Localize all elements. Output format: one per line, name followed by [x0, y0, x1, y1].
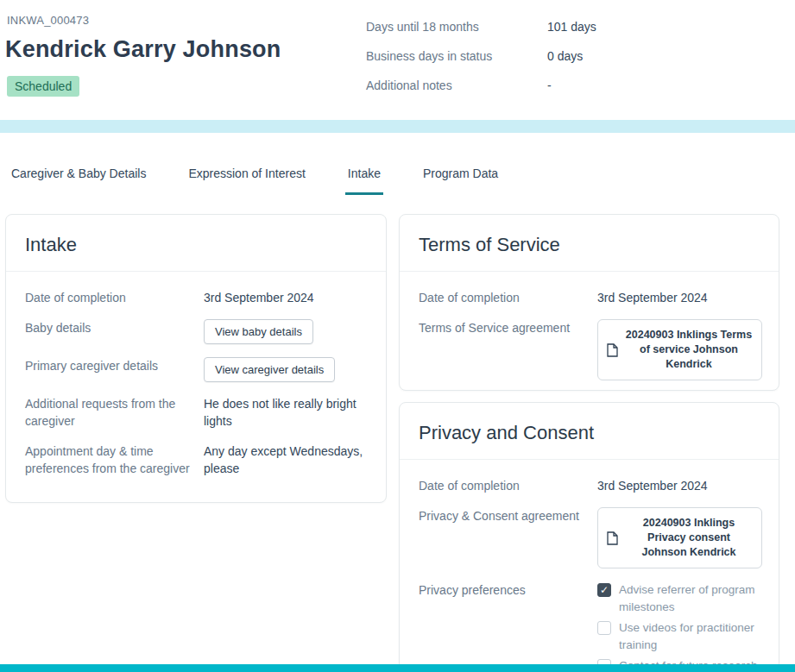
field-label: Date of completion	[419, 477, 587, 494]
field-label: Primary caregiver details	[25, 357, 193, 374]
privacy-option[interactable]: Use videos for practitioner training	[597, 619, 760, 654]
field-label: Appointment day & time preferences from …	[25, 443, 193, 477]
divider-band	[0, 120, 795, 133]
summary-value: 0 days	[547, 49, 583, 63]
privacy-card-title: Privacy and Consent	[400, 422, 779, 460]
intake-card-body: Date of completion 3rd September 2024 Ba…	[25, 272, 367, 477]
terms-card-title: Terms of Service	[400, 234, 779, 272]
summary-row: Business days in status 0 days	[366, 49, 596, 63]
page-title: Kendrick Garry Johnson	[5, 36, 281, 63]
field-value: 20240903 Inklings Privacy consent Johnso…	[597, 507, 761, 568]
field-value: He does not like really bright lights	[204, 395, 367, 430]
field-value: 3rd September 2024	[597, 289, 708, 306]
terms-of-service-card: Terms of Service Date of completion 3rd …	[399, 214, 779, 391]
bottom-accent-bar	[0, 664, 795, 672]
record-id: INKWA_000473	[7, 14, 89, 27]
field-row: Primary caregiver details View caregiver…	[25, 357, 367, 382]
checkbox-icon[interactable]	[597, 621, 611, 635]
field-row: Privacy preferences Advise referrer of p…	[419, 581, 760, 672]
terms-card-body: Date of completion 3rd September 2024 Te…	[419, 272, 760, 380]
summary-label: Business days in status	[366, 49, 547, 63]
field-value: 3rd September 2024	[204, 289, 314, 306]
field-label: Additional requests from the caregiver	[25, 395, 193, 430]
field-label: Privacy & Consent agreement	[419, 507, 587, 524]
field-row: Baby details View baby details	[25, 319, 367, 344]
field-value: View caregiver details	[204, 357, 335, 382]
field-row: Privacy & Consent agreement 20240903 Ink…	[419, 507, 760, 568]
field-label: Privacy preferences	[419, 581, 587, 599]
summary-value: 101 days	[547, 20, 596, 34]
field-value: Any day except Wednesdays, please	[204, 443, 367, 477]
header-summary: Days until 18 months 101 days Business d…	[366, 20, 596, 108]
field-label: Date of completion	[419, 289, 587, 306]
summary-row: Additional notes -	[366, 79, 596, 92]
privacy-card-body: Date of completion 3rd September 2024 Pr…	[419, 460, 760, 672]
intake-card: Intake Date of completion 3rd September …	[5, 214, 387, 503]
view-caregiver-details-button[interactable]: View caregiver details	[204, 357, 335, 382]
file-name: 20240903 Inklings Privacy consent Johnso…	[625, 516, 753, 560]
field-row: Date of completion 3rd September 2024	[419, 289, 760, 306]
terms-file-attachment[interactable]: 20240903 Inklings Terms of service Johns…	[597, 319, 762, 380]
view-baby-details-button[interactable]: View baby details	[204, 319, 313, 344]
checkbox-icon[interactable]	[597, 583, 611, 597]
field-row: Appointment day & time preferences from …	[25, 443, 367, 477]
field-row: Date of completion 3rd September 2024	[25, 289, 367, 306]
field-row: Terms of Service agreement 20240903 Inkl…	[419, 319, 760, 380]
tab-intake[interactable]: Intake	[345, 166, 383, 195]
field-row: Date of completion 3rd September 2024	[419, 477, 760, 494]
summary-row: Days until 18 months 101 days	[366, 20, 596, 34]
privacy-consent-card: Privacy and Consent Date of completion 3…	[399, 402, 779, 672]
status-badge: Scheduled	[7, 76, 79, 97]
document-icon	[607, 343, 618, 357]
privacy-option[interactable]: Advise referrer of program milestones	[597, 581, 760, 616]
app-window: INKWA_000473 Kendrick Garry Johnson Sche…	[0, 0, 795, 672]
summary-label: Days until 18 months	[366, 20, 547, 34]
field-label: Date of completion	[25, 289, 193, 306]
summary-value: -	[547, 79, 552, 92]
field-value: View baby details	[204, 319, 313, 344]
document-icon	[607, 531, 618, 545]
field-value: 20240903 Inklings Terms of service Johns…	[597, 319, 761, 380]
tab-expression-of-interest[interactable]: Expression of Interest	[186, 166, 307, 195]
tab-program-data[interactable]: Program Data	[420, 166, 501, 195]
file-name: 20240903 Inklings Terms of service Johns…	[625, 328, 753, 372]
privacy-preferences-list: Advise referrer of program milestones Us…	[597, 581, 760, 672]
field-label: Terms of Service agreement	[419, 319, 587, 336]
privacy-option-label: Advise referrer of program milestones	[619, 581, 760, 616]
privacy-file-attachment[interactable]: 20240903 Inklings Privacy consent Johnso…	[597, 507, 762, 568]
field-value: 3rd September 2024	[597, 477, 708, 494]
tab-bar: Caregiver & Baby Details Expression of I…	[9, 166, 501, 195]
privacy-option-label: Use videos for practitioner training	[619, 619, 760, 654]
intake-card-title: Intake	[6, 234, 386, 272]
summary-label: Additional notes	[366, 79, 547, 92]
field-label: Baby details	[25, 319, 193, 336]
tab-caregiver-baby-details[interactable]: Caregiver & Baby Details	[9, 166, 148, 195]
field-row: Additional requests from the caregiver H…	[25, 395, 367, 430]
